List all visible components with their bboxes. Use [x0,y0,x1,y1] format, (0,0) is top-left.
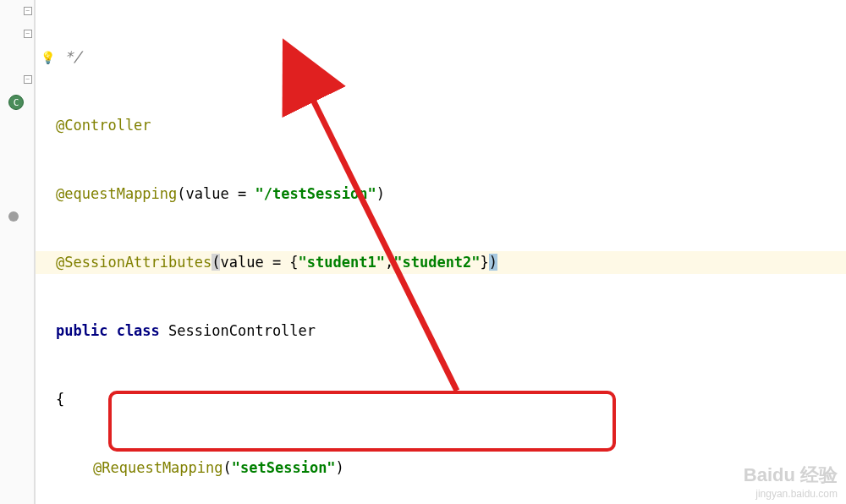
comment-text: */ [56,48,82,65]
breakpoint-icon[interactable] [8,211,19,222]
gutter: − − 💡 − C [0,0,36,504]
fold-icon[interactable]: − [24,7,32,15]
class-gutter-icon[interactable]: C [8,95,24,110]
watermark: Baidu 经验 jingyan.baidu.com [744,463,838,500]
fold-icon[interactable]: − [24,75,32,84]
fold-icon[interactable]: − [24,30,32,38]
annotation: @Controller [56,117,151,134]
highlight-box [108,391,616,452]
